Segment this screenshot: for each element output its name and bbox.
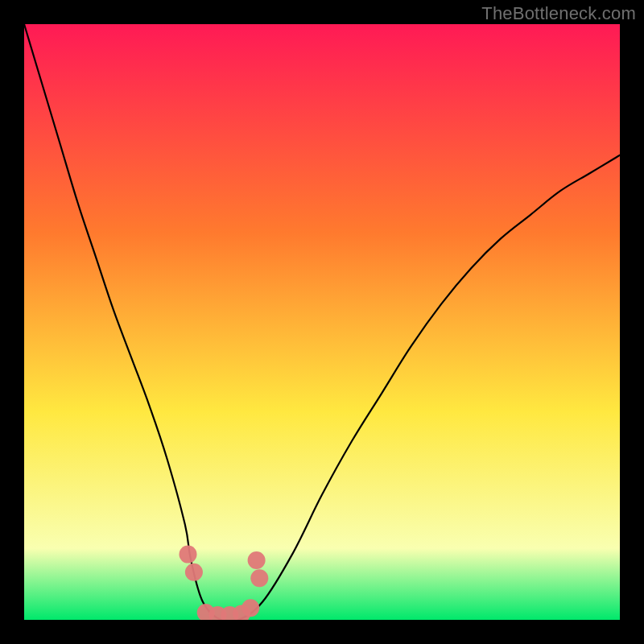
marker-point — [185, 564, 203, 581]
marker-point — [180, 546, 197, 564]
marker-point — [250, 569, 268, 587]
chart-frame: TheBottleneck.com — [0, 0, 644, 644]
bottleneck-curve — [24, 24, 620, 620]
chart-svg — [24, 24, 620, 620]
data-markers — [180, 546, 269, 620]
marker-point — [242, 599, 259, 617]
marker-point — [248, 551, 266, 569]
plot-area — [24, 24, 620, 620]
watermark-text: TheBottleneck.com — [481, 3, 636, 24]
